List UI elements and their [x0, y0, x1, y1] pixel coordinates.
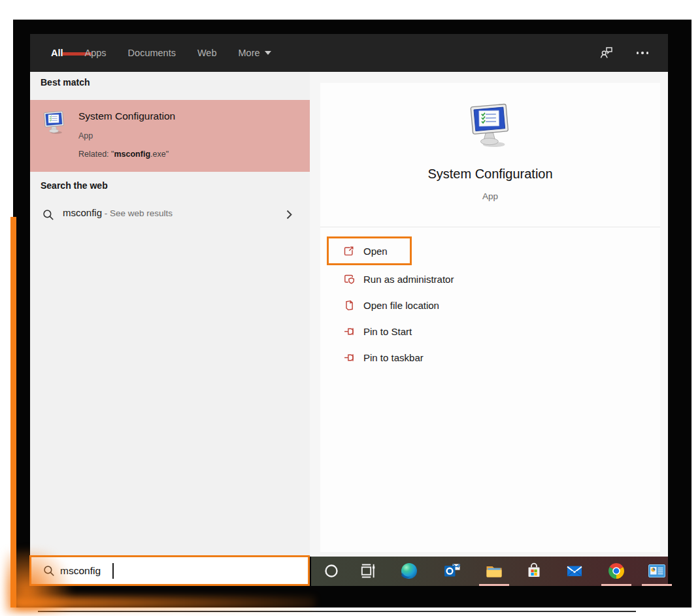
annotation-orange-bar: [10, 217, 16, 608]
pin-icon: [342, 351, 355, 364]
task-view-icon[interactable]: [359, 562, 378, 580]
pin-to-taskbar-button[interactable]: Pin to taskbar: [327, 348, 424, 367]
best-match-title: System Configuration: [78, 110, 175, 122]
chevron-right-icon[interactable]: [282, 208, 295, 221]
tab-apps-label: Apps: [85, 48, 107, 58]
web-search-result[interactable]: msconfig - See web results: [30, 200, 310, 230]
open-label: Open: [363, 246, 388, 257]
open-icon: [342, 245, 355, 257]
tab-all-label: All: [51, 48, 63, 58]
tab-more[interactable]: More: [239, 48, 271, 58]
best-match-related: Related: "msconfig.exe": [78, 150, 169, 159]
best-match-header: Best match: [41, 77, 90, 88]
divider: [320, 227, 660, 227]
tab-more-label: More: [239, 48, 260, 58]
outlook-icon[interactable]: [443, 562, 461, 580]
running-indicator: [479, 584, 509, 586]
run-as-administrator-label: Run as administrator: [363, 274, 454, 285]
tab-all[interactable]: All: [51, 48, 63, 58]
taskbar: [311, 557, 668, 586]
related-prefix: Related: ": [78, 150, 114, 159]
pin-to-start-button[interactable]: Pin to Start: [327, 321, 412, 341]
related-suffix: .exe": [150, 150, 169, 159]
run-as-administrator-button[interactable]: Run as administrator: [327, 269, 454, 289]
open-button[interactable]: Open: [327, 236, 412, 265]
topbar-right-icons: [599, 34, 669, 72]
open-file-location-label: Open file location: [363, 300, 439, 311]
web-query-text: msconfig - See web results: [63, 207, 173, 218]
tab-apps[interactable]: Apps: [85, 48, 107, 58]
tab-web-label: Web: [197, 48, 217, 58]
file-explorer-icon[interactable]: [485, 562, 503, 580]
tab-web[interactable]: Web: [197, 48, 217, 58]
mail-icon[interactable]: [565, 562, 584, 580]
app-card-icon[interactable]: [648, 562, 666, 580]
system-configuration-icon: [42, 110, 67, 135]
search-the-web-header: Search the web: [41, 180, 108, 191]
page: All Apps Documents Web More: [0, 0, 700, 616]
annotation-orange-glow-bottom: [14, 597, 315, 609]
admin-shield-icon: [342, 273, 355, 285]
feedback-icon[interactable]: [599, 45, 614, 61]
search-input[interactable]: [60, 559, 302, 583]
text-caret: [112, 563, 114, 579]
web-query: msconfig: [63, 207, 102, 218]
cortana-icon[interactable]: [322, 562, 341, 580]
microsoft-store-icon[interactable]: [525, 562, 543, 580]
more-options-icon[interactable]: [637, 52, 649, 54]
related-bold: msconfig: [114, 150, 150, 159]
tab-documents-label: Documents: [128, 48, 176, 58]
detail-subtitle: App: [320, 191, 660, 201]
detail-title: System Configuration: [320, 167, 660, 182]
open-file-location-button[interactable]: Open file location: [327, 295, 439, 315]
chrome-icon[interactable]: [607, 562, 625, 580]
search-icon: [42, 208, 55, 221]
pin-icon: [342, 325, 355, 338]
best-match-subtitle: App: [78, 131, 93, 140]
pin-to-start-label: Pin to Start: [363, 326, 412, 337]
chevron-down-icon: [265, 51, 271, 55]
running-indicator: [601, 584, 631, 586]
running-indicator: [642, 584, 672, 586]
system-configuration-icon: [467, 103, 514, 150]
search-results-panel: Best match: [30, 72, 310, 557]
web-query-suffix: - See web results: [102, 208, 173, 218]
search-tabs-bar: All Apps Documents Web More: [30, 34, 668, 72]
best-match-result-system-configuration[interactable]: System Configuration App Related: "mscon…: [30, 100, 310, 172]
detail-panel: System Configuration App Open Run as adm…: [320, 83, 660, 552]
edge-icon[interactable]: [400, 562, 418, 580]
frame-bottom-shadow: [38, 611, 636, 612]
file-location-icon: [342, 299, 355, 312]
tab-documents[interactable]: Documents: [128, 48, 176, 58]
pin-to-taskbar-label: Pin to taskbar: [363, 352, 424, 363]
